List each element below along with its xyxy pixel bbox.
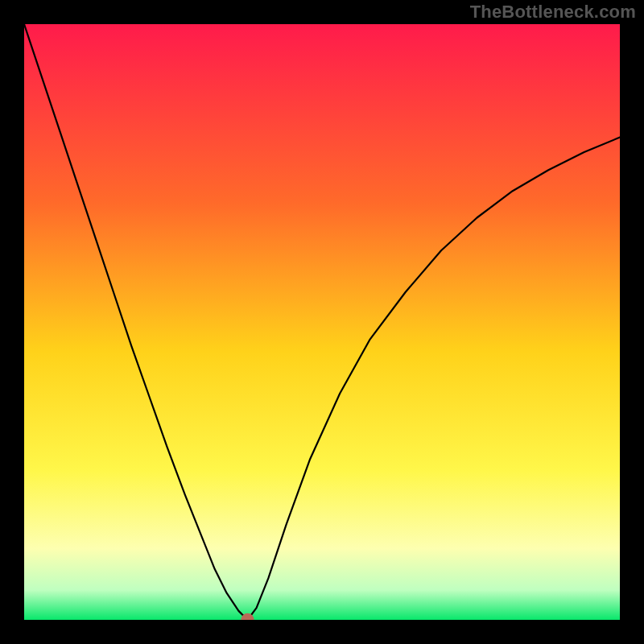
watermark-text: TheBottleneck.com xyxy=(470,2,636,23)
gradient-background xyxy=(24,24,620,620)
plot-area xyxy=(24,24,620,620)
chart-frame: TheBottleneck.com xyxy=(0,0,644,644)
chart-svg xyxy=(24,24,620,620)
